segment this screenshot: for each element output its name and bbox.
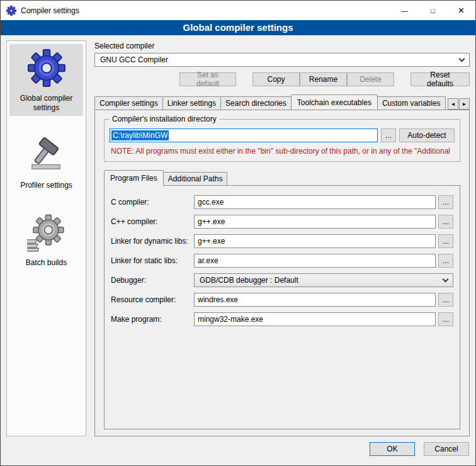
tab-scroll-right-icon[interactable]: ► bbox=[459, 98, 470, 110]
tab-scroll-left-icon[interactable]: ◄ bbox=[448, 98, 458, 110]
dynamic-linker-label: Linker for dynamic libs: bbox=[111, 237, 194, 246]
installation-note: NOTE: All programs must exist either in … bbox=[111, 147, 455, 156]
rename-button[interactable]: Rename bbox=[300, 72, 347, 86]
static-linker-browse-button[interactable]: ... bbox=[438, 254, 453, 268]
dynamic-linker-input[interactable] bbox=[194, 234, 436, 248]
blue-gear-icon bbox=[27, 48, 66, 90]
tab-additional-paths[interactable]: Additional Paths bbox=[163, 172, 228, 185]
installation-directory-browse-button[interactable]: ... bbox=[381, 128, 396, 142]
tab-scroll-arrows: ◄ ► bbox=[447, 98, 470, 110]
tab-linker-settings[interactable]: Linker settings bbox=[162, 96, 221, 110]
debugger-value: GDB/CDB debugger : Default bbox=[200, 276, 298, 285]
settings-sidebar: Global compiler settings Profiler settin… bbox=[6, 40, 86, 436]
ok-button[interactable]: OK bbox=[370, 442, 415, 456]
auto-detect-button[interactable]: Auto-detect bbox=[399, 128, 455, 142]
program-files-tabstrip: Program Files Additional Paths bbox=[104, 170, 460, 185]
make-program-label: Make program: bbox=[111, 315, 194, 324]
dynamic-linker-row: Linker for dynamic libs: ... bbox=[111, 234, 453, 248]
tab-program-files[interactable]: Program Files bbox=[104, 170, 164, 186]
make-program-input[interactable] bbox=[194, 312, 436, 326]
settings-tabstrip: Compiler settings Linker settings Search… bbox=[94, 94, 470, 110]
make-program-row: Make program: ... bbox=[111, 312, 453, 326]
copy-button[interactable]: Copy bbox=[252, 72, 300, 86]
compiler-settings-window: Compiler settings — □ × Global compiler … bbox=[0, 0, 476, 466]
installation-directory-group: Compiler's installation directory C:\ray… bbox=[104, 119, 460, 162]
sidebar-item-label: Batch builds bbox=[26, 258, 67, 268]
c-compiler-input[interactable] bbox=[194, 195, 436, 209]
toolchain-executables-panel: Compiler's installation directory C:\ray… bbox=[94, 110, 470, 436]
program-files-panel: C compiler: ... C++ compiler: ... Linker… bbox=[104, 185, 460, 429]
c-compiler-row: C compiler: ... bbox=[111, 195, 453, 209]
installation-directory-value: C:\raylib\MinGW bbox=[111, 130, 169, 140]
reset-defaults-button[interactable]: Reset defaults bbox=[411, 72, 470, 86]
profiler-hammer-icon bbox=[27, 135, 66, 177]
page-title: Global compiler settings bbox=[1, 20, 475, 35]
set-as-default-button[interactable]: Set as default bbox=[179, 72, 236, 86]
installation-directory-legend: Compiler's installation directory bbox=[110, 115, 219, 123]
cpp-compiler-input[interactable] bbox=[194, 215, 436, 229]
tab-custom-variables[interactable]: Custom variables bbox=[377, 96, 446, 110]
debugger-row: Debugger: GDB/CDB debugger : Default bbox=[111, 273, 453, 287]
maximize-button[interactable]: □ bbox=[419, 1, 447, 20]
static-linker-input[interactable] bbox=[194, 254, 436, 268]
installation-directory-row: C:\raylib\MinGW ... Auto-detect bbox=[110, 128, 455, 142]
selected-compiler-value: GNU GCC Compiler bbox=[100, 55, 168, 64]
main-panel: Selected compiler GNU GCC Compiler Set a… bbox=[94, 40, 470, 436]
compiler-actions: Set as default Copy Rename Delete Reset … bbox=[94, 72, 470, 86]
cpp-compiler-label: C++ compiler: bbox=[111, 217, 194, 226]
sidebar-item-global-compiler-settings[interactable]: Global compiler settings bbox=[9, 44, 83, 116]
dialog-footer: OK Cancel bbox=[1, 439, 475, 465]
installation-directory-input[interactable]: C:\raylib\MinGW bbox=[110, 128, 378, 142]
sidebar-item-profiler-settings[interactable]: Profiler settings bbox=[9, 131, 83, 193]
make-program-browse-button[interactable]: ... bbox=[438, 312, 453, 326]
resource-compiler-row: Resource compiler: ... bbox=[111, 293, 453, 307]
c-compiler-label: C compiler: bbox=[111, 198, 194, 207]
debugger-dropdown[interactable]: GDB/CDB debugger : Default bbox=[194, 273, 453, 287]
close-button[interactable]: × bbox=[447, 1, 475, 20]
titlebar: Compiler settings — □ × bbox=[1, 1, 475, 20]
resource-compiler-input[interactable] bbox=[194, 293, 436, 307]
cpp-compiler-row: C++ compiler: ... bbox=[111, 215, 453, 229]
selected-compiler-label: Selected compiler bbox=[94, 42, 470, 50]
tab-compiler-settings[interactable]: Compiler settings bbox=[94, 96, 163, 110]
chevron-down-icon bbox=[443, 276, 449, 282]
delete-button[interactable]: Delete bbox=[347, 72, 394, 86]
resource-compiler-browse-button[interactable]: ... bbox=[438, 293, 453, 307]
chevron-down-icon bbox=[459, 55, 465, 62]
tabs-scroll-area: Compiler settings Linker settings Search… bbox=[94, 94, 446, 110]
window-title: Compiler settings bbox=[21, 6, 79, 15]
minimize-button[interactable]: — bbox=[390, 1, 419, 20]
selected-compiler-dropdown[interactable]: GNU GCC Compiler bbox=[94, 53, 470, 67]
c-compiler-browse-button[interactable]: ... bbox=[438, 195, 453, 209]
resource-compiler-label: Resource compiler: bbox=[111, 295, 194, 304]
tab-toolchain-executables[interactable]: Toolchain executables bbox=[291, 94, 378, 110]
static-linker-row: Linker for static libs: ... bbox=[111, 254, 453, 268]
cancel-button[interactable]: Cancel bbox=[424, 442, 469, 456]
tab-build-options[interactable]: Build options bbox=[445, 96, 446, 110]
tab-search-directories[interactable]: Search directories bbox=[220, 96, 292, 110]
app-gear-icon bbox=[6, 6, 16, 16]
gray-gear-icon bbox=[27, 213, 66, 254]
cpp-compiler-browse-button[interactable]: ... bbox=[438, 215, 453, 229]
debugger-label: Debugger: bbox=[111, 276, 194, 285]
window-controls: — □ × bbox=[390, 1, 475, 20]
static-linker-label: Linker for static libs: bbox=[111, 256, 194, 265]
sidebar-item-label: Profiler settings bbox=[20, 181, 72, 190]
sidebar-item-batch-builds[interactable]: Batch builds bbox=[9, 208, 83, 271]
dynamic-linker-browse-button[interactable]: ... bbox=[438, 234, 453, 248]
dialog-body: Global compiler settings Profiler settin… bbox=[1, 35, 475, 439]
sidebar-item-label: Global compiler settings bbox=[11, 94, 82, 113]
